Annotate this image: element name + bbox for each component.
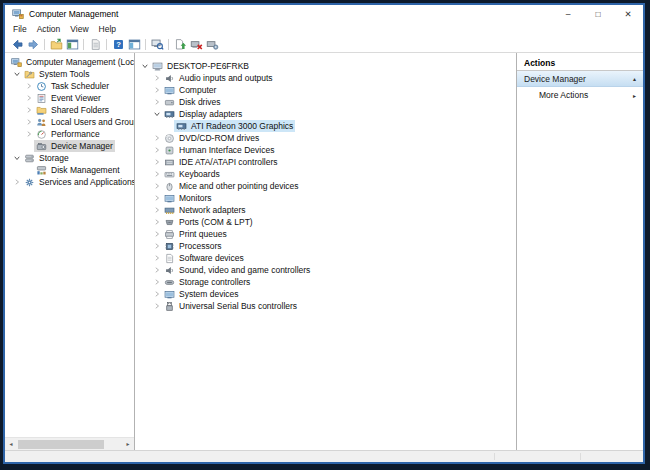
tree-item-mice-and-other-pointing-devices[interactable]: Mice and other pointing devices: [135, 180, 516, 192]
tree-item-ide-ata-atapi-controllers[interactable]: IDE ATA/ATAPI controllers: [135, 156, 516, 168]
chevron-right-icon[interactable]: [151, 230, 162, 239]
tree-item-event-viewer[interactable]: Event Viewer: [5, 92, 134, 104]
menu-file[interactable]: File: [8, 24, 32, 34]
disable-device-icon[interactable]: [204, 37, 220, 52]
chevron-down-icon[interactable]: [11, 154, 22, 163]
tree-item-system-tools[interactable]: System Tools: [5, 68, 134, 80]
tree-item-computer-management-local[interactable]: Computer Management (Local: [5, 56, 134, 68]
chevron-right-icon[interactable]: [151, 254, 162, 263]
scrollbar-thumb[interactable]: [18, 440, 104, 449]
tree-item-ati-radeon-3000-graphics[interactable]: ATI Radeon 3000 Graphics: [135, 120, 516, 132]
help-icon[interactable]: ?: [110, 37, 126, 52]
tree-item-performance[interactable]: Performance: [5, 128, 134, 140]
chevron-right-icon[interactable]: [151, 98, 162, 107]
minimize-button[interactable]: –: [553, 5, 583, 22]
tree-item-audio-inputs-and-outputs[interactable]: Audio inputs and outputs: [135, 72, 516, 84]
horizontal-scrollbar[interactable]: ◄ ►: [5, 437, 134, 450]
chevron-right-icon[interactable]: [151, 194, 162, 203]
tree-item-storage[interactable]: Storage: [5, 152, 134, 164]
tree-item-content: Universal Serial Bus controllers: [162, 300, 299, 312]
chevron-right-icon[interactable]: [151, 170, 162, 179]
tree-item-desktop-pe6frkb[interactable]: DESKTOP-PE6FRKB: [135, 60, 516, 72]
tree-item-system-devices[interactable]: System devices: [135, 288, 516, 300]
chevron-right-icon[interactable]: [23, 82, 34, 91]
tree-item-human-interface-devices[interactable]: Human Interface Devices: [135, 144, 516, 156]
chevron-right-icon[interactable]: [151, 134, 162, 143]
show-console-tree-icon[interactable]: [48, 37, 64, 52]
title-bar[interactable]: Computer Management –□✕: [5, 5, 643, 22]
menu-help[interactable]: Help: [94, 24, 121, 34]
tree-item-label: Keyboards: [179, 169, 220, 179]
tree-item-universal-serial-bus-controllers[interactable]: Universal Serial Bus controllers: [135, 300, 516, 312]
chevron-right-icon[interactable]: [151, 266, 162, 275]
tree-item-content: Audio inputs and outputs: [162, 72, 275, 84]
tree-item-disk-management[interactable]: Disk Management: [5, 164, 134, 176]
forward-icon[interactable]: [25, 37, 41, 52]
chevron-right-icon[interactable]: [151, 158, 162, 167]
scrollbar-track[interactable]: [17, 438, 122, 451]
chevron-right-icon[interactable]: [23, 106, 34, 115]
cd-drive-icon: [164, 133, 176, 144]
chevron-right-icon[interactable]: [23, 118, 34, 127]
scroll-left-icon[interactable]: ◄: [5, 441, 17, 447]
chevron-down-icon[interactable]: [139, 62, 150, 71]
chevron-right-icon[interactable]: [151, 278, 162, 287]
tree-item-software-devices[interactable]: Software devices: [135, 252, 516, 264]
collapse-icon[interactable]: ▴: [633, 75, 636, 82]
tree-item-computer[interactable]: Computer: [135, 84, 516, 96]
tree-item-disk-drives[interactable]: Disk drives: [135, 96, 516, 108]
update-driver-icon[interactable]: [172, 37, 188, 52]
maximize-button[interactable]: □: [583, 5, 613, 22]
tree-item-sound-video-and-game-controllers[interactable]: Sound, video and game controllers: [135, 264, 516, 276]
chevron-right-icon[interactable]: [151, 218, 162, 227]
console-window-2-icon[interactable]: [126, 37, 142, 52]
close-button[interactable]: ✕: [613, 5, 643, 22]
chevron-right-icon[interactable]: [151, 146, 162, 155]
selected-tree-item: ATI Radeon 3000 Graphics: [174, 120, 295, 132]
chevron-right-icon[interactable]: [151, 302, 162, 311]
properties-icon[interactable]: [87, 37, 103, 52]
back-icon[interactable]: [9, 37, 25, 52]
tree-item-device-manager[interactable]: Device Manager: [5, 140, 134, 152]
tree-item-monitors[interactable]: Monitors: [135, 192, 516, 204]
computer-device-icon: [164, 85, 176, 96]
tree-item-network-adapters[interactable]: Network adapters: [135, 204, 516, 216]
chevron-down-icon[interactable]: [151, 110, 162, 119]
device-tree-panel: DESKTOP-PE6FRKBAudio inputs and outputsC…: [135, 53, 517, 450]
scroll-right-icon[interactable]: ►: [122, 441, 134, 447]
chevron-right-icon[interactable]: [151, 182, 162, 191]
device-tree: DESKTOP-PE6FRKBAudio inputs and outputsC…: [135, 57, 516, 312]
chevron-right-icon[interactable]: [151, 74, 162, 83]
uninstall-device-icon[interactable]: [188, 37, 204, 52]
menu-view[interactable]: View: [65, 24, 93, 34]
tree-item-label: Computer Management (Local: [26, 57, 134, 67]
tree-item-local-users-and-groups[interactable]: Local Users and Groups: [5, 116, 134, 128]
chevron-right-icon[interactable]: [23, 130, 34, 139]
tree-item-dvd-cd-rom-drives[interactable]: DVD/CD-ROM drives: [135, 132, 516, 144]
console-window-icon[interactable]: [64, 37, 80, 52]
tree-item-print-queues[interactable]: Print queues: [135, 228, 516, 240]
tree-item-storage-controllers[interactable]: Storage controllers: [135, 276, 516, 288]
toolbar-separator: [44, 39, 45, 50]
chevron-right-icon[interactable]: [151, 86, 162, 95]
tree-item-content: IDE ATA/ATAPI controllers: [162, 156, 280, 168]
tree-item-ports-com-lpt[interactable]: Ports (COM & LPT): [135, 216, 516, 228]
actions-section-device-manager[interactable]: Device Manager ▴: [517, 71, 643, 87]
tree-item-label: Device Manager: [51, 141, 113, 151]
tree-item-processors[interactable]: Processors: [135, 240, 516, 252]
scan-hardware-icon[interactable]: [149, 37, 165, 52]
chevron-right-icon[interactable]: [23, 94, 34, 103]
chevron-right-icon[interactable]: [151, 242, 162, 251]
tree-item-shared-folders[interactable]: Shared Folders: [5, 104, 134, 116]
audio-icon: [164, 73, 176, 84]
chevron-right-icon[interactable]: [151, 206, 162, 215]
menu-action[interactable]: Action: [32, 24, 66, 34]
chevron-right-icon[interactable]: [151, 290, 162, 299]
chevron-right-icon[interactable]: [11, 178, 22, 187]
chevron-down-icon[interactable]: [11, 70, 22, 79]
tree-item-services-and-applications[interactable]: Services and Applications: [5, 176, 134, 188]
tree-item-keyboards[interactable]: Keyboards: [135, 168, 516, 180]
tree-item-display-adapters[interactable]: Display adapters: [135, 108, 516, 120]
tree-item-task-scheduler[interactable]: Task Scheduler: [5, 80, 134, 92]
more-actions-item[interactable]: More Actions ▸: [517, 87, 643, 103]
